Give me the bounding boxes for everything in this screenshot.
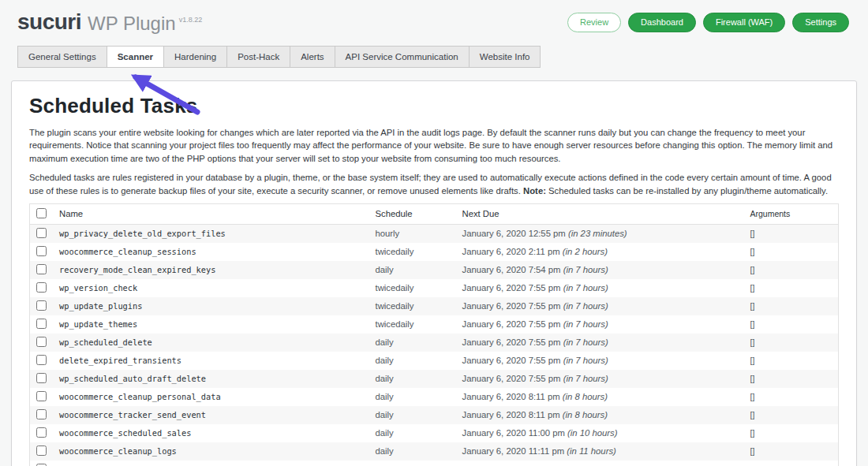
row-checkbox[interactable]	[36, 264, 47, 274]
task-name: recovery_mode_clean_expired_keys	[59, 265, 215, 274]
task-due-relative: (in 10 hours)	[567, 428, 617, 438]
row-checkbox[interactable]	[36, 355, 47, 365]
task-next-due: January 6, 2020 7:55 pm (in 7 hours)	[456, 297, 744, 315]
task-due-relative: (in 7 hours)	[563, 319, 608, 329]
task-schedule: daily	[369, 460, 456, 466]
task-arguments: []	[744, 442, 839, 460]
task-schedule: daily	[369, 424, 456, 442]
note-text: Scheduled tasks can be re-installed by a…	[546, 186, 828, 196]
select-all-checkbox[interactable]	[36, 208, 47, 218]
task-arguments: []	[744, 279, 839, 297]
header-button[interactable]: Review	[567, 13, 621, 32]
task-name: wp_scheduled_auto_draft_delete	[59, 374, 206, 383]
table-row: woocommerce_tracker_send_event daily Jan…	[30, 406, 839, 424]
header-button[interactable]: Firewall (WAF)	[703, 13, 785, 32]
table-row: woocommerce_cleanup_sessions twicedaily …	[30, 243, 839, 261]
task-due-relative: (in 8 hours)	[563, 410, 608, 419]
table-row: wp_version_check twicedaily January 6, 2…	[30, 279, 839, 297]
task-next-due: January 6, 2020 7:54 pm (in 7 hours)	[456, 261, 744, 279]
task-schedule: daily	[369, 388, 456, 406]
nav-tab[interactable]: Alerts	[290, 46, 335, 68]
nav-tab[interactable]: General Settings	[17, 46, 107, 68]
task-due-date: January 6, 2020 7:54 pm	[462, 265, 561, 274]
row-checkbox[interactable]	[36, 300, 47, 311]
row-checkbox[interactable]	[36, 445, 47, 456]
task-schedule: daily	[369, 406, 456, 424]
table-row: sucuriscan_scheduled_scan daily January …	[30, 460, 839, 466]
task-due-date: January 6, 2020 11:11 pm	[462, 446, 565, 456]
task-name: woocommerce_scheduled_sales	[59, 428, 191, 438]
row-checkbox[interactable]	[36, 373, 47, 383]
task-arguments: []	[744, 334, 839, 352]
row-checkbox[interactable]	[36, 391, 47, 401]
nav-tab[interactable]: Scanner	[107, 46, 164, 68]
column-header-name: Name	[53, 203, 369, 224]
header: sucuri WP Plugin v1.8.22 Review Dashboar…	[0, 0, 868, 39]
table-row: wp_scheduled_auto_draft_delete daily Jan…	[30, 370, 839, 388]
task-arguments: []	[744, 406, 839, 424]
task-arguments: []	[744, 388, 839, 406]
task-schedule: twicedaily	[369, 243, 456, 261]
task-arguments: []	[744, 261, 839, 279]
column-header-arguments: Arguments	[744, 203, 839, 224]
brand: sucuri WP Plugin v1.8.22	[17, 11, 202, 33]
task-arguments: []	[744, 224, 839, 243]
task-schedule: twicedaily	[369, 297, 456, 315]
nav-tab[interactable]: Hardening	[163, 46, 227, 68]
table-row: woocommerce_cleanup_personal_data daily …	[30, 388, 839, 406]
task-arguments: []	[744, 424, 839, 442]
task-due-relative: (in 7 hours)	[563, 374, 608, 383]
version-label: v1.8.22	[179, 17, 203, 33]
table-row: woocommerce_scheduled_sales daily Januar…	[30, 424, 839, 442]
row-checkbox[interactable]	[36, 337, 47, 347]
task-schedule: daily	[369, 352, 456, 370]
row-checkbox[interactable]	[36, 427, 47, 438]
nav-tab[interactable]: Website Info	[469, 46, 541, 68]
task-due-date: January 6, 2020 11:00 pm	[462, 428, 565, 438]
task-next-due: January 6, 2020 8:11 pm (in 8 hours)	[456, 388, 744, 406]
page-title: Scheduled Tasks	[29, 94, 839, 118]
task-due-date: January 6, 2020 12:55 pm	[462, 229, 566, 238]
row-checkbox[interactable]	[36, 282, 47, 293]
tab-bar: General Settings Scanner Hardening Post-…	[17, 46, 868, 68]
task-arguments: []	[744, 460, 839, 466]
header-button[interactable]: Settings	[792, 13, 849, 32]
task-arguments: []	[744, 297, 839, 315]
task-due-date: January 6, 2020 7:55 pm	[462, 337, 561, 347]
sucuri-wp-plugin-page: sucuri WP Plugin v1.8.22 Review Dashboar…	[0, 0, 868, 466]
nav-tab[interactable]: Post-Hack	[226, 46, 290, 68]
task-next-due: January 7, 2020 10:29 am (in 22 hours)	[456, 460, 744, 466]
task-schedule: daily	[369, 261, 456, 279]
task-due-relative: (in 2 hours)	[563, 247, 608, 256]
task-arguments: []	[744, 243, 839, 261]
scanner-panel: Scheduled Tasks The plugin scans your en…	[11, 80, 857, 466]
task-due-relative: (in 7 hours)	[563, 337, 608, 347]
app-title: WP Plugin	[88, 14, 176, 33]
task-name: delete_expired_transients	[59, 356, 181, 365]
task-due-relative: (in 11 hours)	[567, 446, 616, 456]
row-checkbox[interactable]	[36, 228, 47, 238]
nav-tab[interactable]: API Service Communication	[335, 46, 470, 68]
task-name: woocommerce_tracker_send_event	[59, 410, 206, 419]
row-checkbox[interactable]	[36, 246, 47, 256]
task-due-date: January 6, 2020 7:55 pm	[462, 319, 561, 329]
scheduled-tasks-table: Name Schedule Next Due Arguments wp_priv…	[29, 203, 839, 466]
task-schedule: daily	[369, 442, 456, 460]
header-buttons: Review Dashboard Firewall (WAF) Settings	[560, 13, 849, 32]
task-arguments: []	[744, 352, 839, 370]
column-header-next-due: Next Due	[456, 203, 744, 224]
task-next-due: January 6, 2020 7:55 pm (in 7 hours)	[456, 370, 744, 388]
row-checkbox[interactable]	[36, 319, 47, 329]
row-checkbox[interactable]	[36, 409, 47, 419]
task-arguments: []	[744, 315, 839, 334]
table-header: Name Schedule Next Due Arguments	[30, 203, 839, 224]
header-button[interactable]: Dashboard	[628, 13, 696, 32]
task-name: woocommerce_cleanup_logs	[59, 446, 177, 456]
task-next-due: January 6, 2020 8:11 pm (in 8 hours)	[456, 406, 744, 424]
task-next-due: January 6, 2020 7:55 pm (in 7 hours)	[456, 352, 744, 370]
note-label: Note:	[523, 186, 546, 196]
task-schedule: hourly	[369, 224, 456, 243]
task-due-date: January 6, 2020 7:55 pm	[462, 301, 561, 311]
task-next-due: January 6, 2020 7:55 pm (in 7 hours)	[456, 315, 744, 334]
table-row: recovery_mode_clean_expired_keys daily J…	[30, 261, 839, 279]
